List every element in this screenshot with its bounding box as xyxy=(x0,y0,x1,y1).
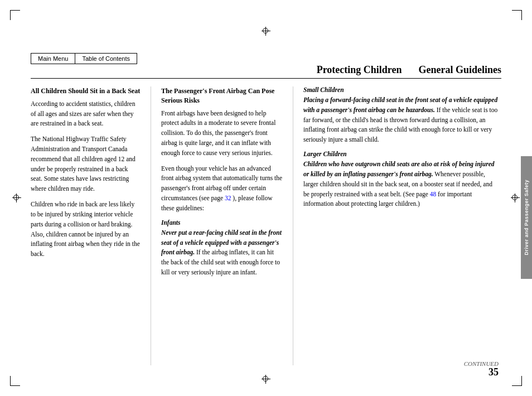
page-link-32[interactable]: 32 xyxy=(225,195,231,201)
column-right: Small Children Placing a forward-facing … xyxy=(293,86,501,365)
crosshair-left xyxy=(12,194,21,202)
larger-children-body: Children who have outgrown child seats a… xyxy=(303,160,499,209)
col-left-para1: According to accident statistics, childr… xyxy=(31,99,141,129)
column-left: All Children Should Sit in a Back Seat A… xyxy=(31,86,151,365)
small-children-body: Placing a forward-facing child seat in t… xyxy=(303,95,499,145)
header-section: Protecting Children xyxy=(317,64,402,76)
corner-mark-bl xyxy=(10,375,21,386)
column-middle: The Passenger's Front Airbag Can Pose Se… xyxy=(151,86,293,365)
corner-mark-tr xyxy=(511,10,522,21)
content-area: All Children Should Sit in a Back Seat A… xyxy=(31,86,501,365)
col-middle-para2: Even though your vehicle has an advanced… xyxy=(161,164,283,214)
col-middle-para1: Front airbags have been designed to help… xyxy=(161,109,283,158)
col-middle-title: The Passenger's Front Airbag Can Pose Se… xyxy=(161,86,283,105)
crosshair-top xyxy=(262,27,270,36)
page-number: 35 xyxy=(489,366,499,378)
infants-title: Infants xyxy=(161,219,283,226)
crosshair-right xyxy=(511,194,520,202)
col-left-para3: Children who ride in back are less likel… xyxy=(31,200,141,259)
header-chapter: General Guidelines xyxy=(419,64,502,76)
side-tab: Driver and Passenger Safety xyxy=(521,156,532,279)
main-menu-button[interactable]: Main Menu xyxy=(31,53,75,64)
corner-mark-tl xyxy=(10,10,21,21)
col-left-para2: The National Highway Traffic Safety Admi… xyxy=(31,134,141,194)
corner-mark-br xyxy=(511,375,522,386)
table-of-contents-button[interactable]: Table of Contents xyxy=(75,53,137,64)
col-left-title: All Children Should Sit in a Back Seat xyxy=(31,86,141,96)
crosshair-bottom xyxy=(262,375,270,384)
page-link-48[interactable]: 48 xyxy=(430,191,437,197)
header-title-bar: Protecting Children General Guidelines xyxy=(31,64,501,79)
small-children-title: Small Children xyxy=(303,86,499,93)
top-navigation: Main Menu Table of Contents xyxy=(31,53,137,64)
page-header: Protecting Children General Guidelines xyxy=(31,64,501,79)
side-tab-text: Driver and Passenger Safety xyxy=(524,180,529,255)
larger-children-title: Larger Children xyxy=(303,151,499,157)
infants-body: Never put a rear-facing child seat in th… xyxy=(161,228,283,278)
